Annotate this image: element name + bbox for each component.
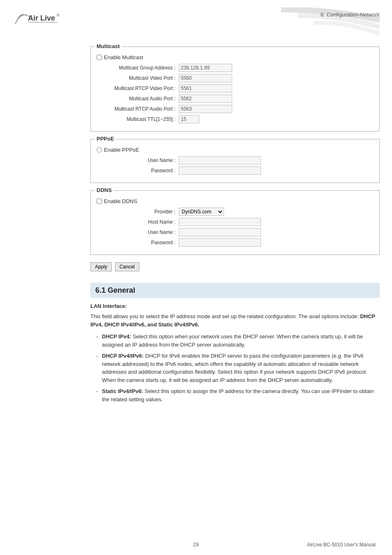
pppoe-password-row: Password : [97,166,374,175]
multicast-group-address-label: Multicast Group Address : [97,65,179,71]
bullet-list: DHCP IPv4: Select this option when your … [102,333,380,403]
multicast-audio-port-input[interactable] [179,95,232,103]
multicast-section: Multicast Enable Multicast Multicast Gro… [90,46,380,132]
bullet-2-text: Select this option to assign the IP addr… [102,388,374,402]
pppoe-enable-label[interactable]: Enable PPPoE [104,147,139,153]
bullet-1-bold: DHCP IPv4/IPv6: [102,353,144,359]
section-61-container: 6.1 General LAN Interface: This field al… [90,283,380,403]
ddns-username-input[interactable] [179,228,261,236]
bullet-0-bold: DHCP IPv4: [102,333,131,340]
bullet-item-1: DHCP IPv4/IPv6: DHCP for IPv6 enables th… [102,352,380,384]
bullet-2-bold: Static IPv4/IPv6: [102,388,143,394]
multicast-ttl-input[interactable] [179,115,199,123]
pppoe-password-label: Password : [97,168,179,173]
pppoe-username-label: User Name : [97,157,179,163]
section-61-heading: 6.1 General [95,286,375,295]
ddns-hostname-input[interactable] [179,218,261,226]
footer-manual-title: AirLive BC-5010 User's Manual [307,542,376,548]
ddns-username-row: User Name : [97,228,374,236]
ddns-provider-row: Provider : DynDNS.com No-IP ChangeIP [97,208,374,216]
ddns-enable-label[interactable]: Enable DDNS [104,198,137,204]
ddns-section: DDNS Enable DDNS Provider : DynDNS.com N… [90,190,380,255]
multicast-ttl-label: Multicast TTL[1~255] : [97,116,179,122]
multicast-group-address-input[interactable] [179,64,232,72]
apply-button[interactable]: Apply [90,262,112,271]
multicast-field-4: Multicast RTCP Audio Port : [97,105,374,113]
bullet-item-2: Static IPv4/IPv6: Select this option to … [102,387,380,403]
multicast-field-1: Multicast Video Port : [97,74,374,82]
multicast-video-port-label: Multicast Video Port : [97,75,179,81]
multicast-title: Multicast [95,43,121,49]
bullet-0-text: Select this option when your network use… [102,333,363,348]
intro-text: This field allows you to select the IP a… [90,312,380,328]
pppoe-content: Enable PPPoE User Name : Password : [97,147,374,175]
logo-area: Air Live ® [12,7,60,31]
pppoe-enable-radio[interactable] [97,147,102,153]
svg-text:®: ® [57,13,60,17]
pppoe-section: PPPoE Enable PPPoE User Name : Password … [90,139,380,183]
ddns-enable-row: Enable DDNS [97,198,374,204]
multicast-field-5: Multicast TTL[1~255] : [97,115,374,123]
page-header: Air Live ® 6. Configuration-Network [0,0,392,38]
lan-interface-heading: LAN Interface: [90,303,380,309]
action-buttons: Apply Cancel [90,262,380,271]
ddns-password-input[interactable] [179,238,261,247]
pppoe-enable-row: Enable PPPoE [97,147,374,153]
multicast-audio-port-label: Multicast Audio Port : [97,96,179,102]
multicast-field-3: Multicast Audio Port : [97,95,374,103]
footer-page-number: 29 [193,542,198,548]
multicast-video-port-input[interactable] [179,74,232,82]
section-61-heading-bar: 6.1 General [90,283,380,298]
ddns-username-label: User Name : [97,229,179,235]
ddns-content: Enable DDNS Provider : DynDNS.com No-IP … [97,198,374,247]
multicast-rtcp-audio-port-label: Multicast RTCP Audio Port : [97,106,179,112]
ddns-enable-checkbox[interactable] [97,199,102,204]
ddns-title: DDNS [95,187,113,193]
ddns-hostname-label: Host Name : [97,219,179,225]
multicast-enable-row: Enable Multicast [97,54,374,60]
bullet-item-0: DHCP IPv4: Select this option when your … [102,333,380,349]
page-footer: 29 AirLive BC-5010 User's Manual [0,542,392,548]
ddns-password-label: Password : [97,240,179,245]
multicast-field-2: Multicast RTCP Video Port : [97,84,374,92]
ddns-hostname-row: Host Name : [97,218,374,226]
ddns-provider-label: Provider : [97,209,179,215]
pppoe-username-row: User Name : [97,156,374,164]
multicast-field-0: Multicast Group Address : [97,64,374,72]
airlive-logo: Air Live ® [12,7,60,31]
multicast-enable-label[interactable]: Enable Multicast [104,54,143,60]
svg-text:Air Live: Air Live [28,14,55,22]
ddns-password-row: Password : [97,238,374,247]
pppoe-username-input[interactable] [179,156,261,164]
multicast-rtcp-video-port-label: Multicast RTCP Video Port : [97,86,179,91]
multicast-rtcp-video-port-input[interactable] [179,84,232,92]
main-content: Multicast Enable Multicast Multicast Gro… [0,38,392,415]
pppoe-password-input[interactable] [179,166,261,175]
ddns-provider-select[interactable]: DynDNS.com No-IP ChangeIP [179,208,224,216]
intro-main: This field allows you to select the IP a… [90,313,359,319]
multicast-rtcp-audio-port-input[interactable] [179,105,232,113]
cancel-button[interactable]: Cancel [115,262,139,271]
header-section-label: 6. Configuration-Network [321,7,380,18]
pppoe-title: PPPoE [95,136,116,142]
multicast-content: Enable Multicast Multicast Group Address… [97,54,374,123]
multicast-enable-checkbox[interactable] [97,55,102,60]
